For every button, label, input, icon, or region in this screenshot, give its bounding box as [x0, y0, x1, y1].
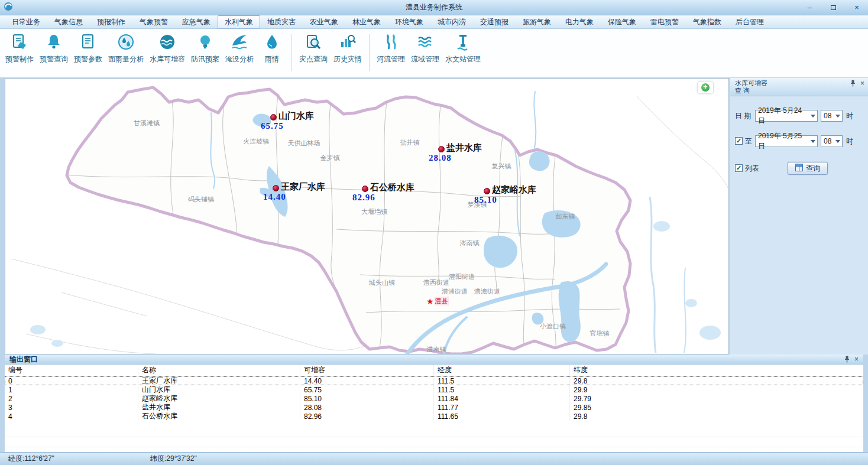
chevron-down-icon: [808, 110, 817, 121]
toolbar-button-warning-params[interactable]: 预警参数: [71, 33, 105, 64]
county-seat-marker: ★ 澧县: [426, 297, 449, 305]
map-canvas[interactable]: 甘溪滩镇 火连坡镇 天供山林场 金罗镇 盐井镇 复兴镇 码头铺镇 梦溪镇 如东镇…: [5, 78, 729, 355]
town-label: 码头铺镇: [188, 195, 214, 204]
toolbar-button-area-rainfall[interactable]: 面雨量分析: [105, 33, 147, 64]
panel-close-icon[interactable]: ×: [854, 356, 859, 363]
panel-close-icon[interactable]: ×: [860, 80, 864, 87]
town-label: 甘溪滩镇: [134, 119, 160, 128]
reservoir-value: 82.96: [352, 193, 375, 203]
toolbar-button-basin-management[interactable]: 流域管理: [408, 33, 442, 64]
cell-longitude: 111.84: [434, 394, 570, 403]
menu-item[interactable]: 林业气象: [345, 15, 388, 29]
toolbar-button-warning-query[interactable]: 预警查询: [37, 33, 71, 64]
menu-item[interactable]: 城市内涝: [430, 15, 473, 29]
from-date-select[interactable]: 2019年 5月24日: [755, 110, 818, 122]
empty-row-divider: [5, 447, 863, 447]
toolbar-button-submersion-analysis[interactable]: 淹没分析: [222, 33, 257, 64]
table-row[interactable]: 1 山门水库 65.75 111.5 29.9: [5, 385, 863, 394]
menu-item[interactable]: 保险气象: [601, 15, 643, 29]
menu-item[interactable]: 气象预警: [132, 15, 175, 29]
statusbar-latitude: 纬度:29°37'32": [150, 454, 197, 464]
reservoir-dot-icon[interactable]: [362, 186, 368, 192]
to-date-value: 2019年 5月25日: [758, 131, 808, 151]
column-header: 经度: [434, 365, 570, 376]
pin-icon[interactable]: [844, 356, 850, 364]
menu-item[interactable]: 电力气象: [558, 15, 601, 29]
county-seat-label: 澧县: [435, 297, 449, 305]
from-hour-select[interactable]: 08: [821, 110, 843, 122]
list-checkbox[interactable]: ✓: [735, 164, 743, 172]
to-hour-select[interactable]: 08: [821, 135, 843, 147]
menu-item[interactable]: 气象指数: [686, 15, 728, 29]
menu-item[interactable]: 旅游气象: [516, 15, 558, 29]
query-button[interactable]: 查询: [788, 162, 828, 175]
toolbar: 预警制作 预警查询 预警参数 面雨量分析 水库可增容 防汛预案 淹没分析 雨情: [0, 29, 868, 78]
toolbar-button-hydro-station-management[interactable]: 水文站管理: [442, 33, 484, 64]
date-label: 日 期: [735, 110, 751, 122]
hour-unit-label: 时: [846, 135, 853, 147]
menu-item[interactable]: 后台管理: [728, 15, 771, 29]
town-label: 澧阳街道: [449, 272, 475, 281]
table-row[interactable]: 2 赵家峪水库 85.10 111.84 29.79: [5, 394, 863, 403]
table-row[interactable]: 0 王家厂水库 14.40 111.5 29.8: [5, 376, 863, 385]
menu-item[interactable]: 农业气象: [303, 15, 345, 29]
output-panel-header: 输出窗口 ×: [5, 355, 863, 365]
cell-latitude: 29.9: [570, 385, 863, 394]
to-date-select[interactable]: 2019年 5月25日: [755, 135, 818, 147]
town-label: 天供山林场: [288, 139, 320, 148]
county-map-graphic: [5, 79, 728, 354]
cell-capacity: 28.08: [300, 403, 434, 412]
town-label: 如东镇: [556, 212, 575, 221]
toolbar-separator: [369, 34, 370, 71]
table-row[interactable]: 4 石公桥水库 82.96 111.65 29.8: [5, 412, 863, 421]
doc-pen-icon: [11, 33, 28, 51]
toolbar-button-warning-create[interactable]: 预警制作: [2, 33, 37, 64]
reservoir-value: 14.40: [263, 192, 286, 202]
menu-item[interactable]: 雷电预警: [643, 15, 686, 29]
search-doc-icon: [305, 33, 322, 51]
cell-id: 1: [5, 385, 138, 394]
menu-item[interactable]: 气象信息: [47, 15, 90, 29]
cell-latitude: 29.8: [570, 376, 863, 385]
pin-icon[interactable]: [850, 80, 856, 88]
menu-item[interactable]: 地质灾害: [260, 15, 303, 29]
reservoir-label: 盐井水库: [446, 142, 482, 154]
reservoir-dot-icon[interactable]: [438, 146, 445, 152]
toolbar-button-reservoir-capacity[interactable]: 水库可增容: [147, 33, 188, 64]
app-window: 澧县业务制作系统 – × 日常业务 气象信息 预报制作 气象预警 应急气象 水利…: [0, 0, 868, 465]
town-label: 复兴镇: [492, 162, 511, 171]
minimize-button[interactable]: –: [802, 2, 817, 13]
reservoir-dot-icon[interactable]: [270, 114, 277, 121]
cell-name: 石公桥水库: [138, 412, 300, 421]
toolbar-button-disaster-history[interactable]: 历史灾情: [331, 33, 365, 64]
hour-unit-label: 时: [846, 110, 853, 122]
maximize-button[interactable]: [825, 2, 841, 13]
menu-item[interactable]: 环境气象: [388, 15, 430, 29]
map-zoom-in-button[interactable]: +: [698, 82, 713, 93]
menu-item[interactable]: 交通预报: [473, 15, 516, 29]
town-label: 澧浦街道: [442, 287, 468, 296]
cell-capacity: 65.75: [300, 385, 434, 394]
close-button[interactable]: ×: [849, 2, 864, 13]
toolbar-button-rain-info[interactable]: 雨情: [257, 33, 287, 64]
hydro-station-icon: [454, 33, 472, 51]
statusbar: 经度:112°6'27" 纬度:29°37'32": [0, 452, 868, 465]
toolbar-button-disaster-point-query[interactable]: 灾点查询: [296, 33, 331, 64]
toolbar-button-river-management[interactable]: 河流管理: [374, 33, 408, 64]
toolbar-button-flood-plan[interactable]: 防汛预案: [188, 33, 222, 64]
menu-item-active[interactable]: 水利气象: [218, 15, 260, 29]
to-checkbox[interactable]: ✓: [735, 137, 743, 145]
reservoir-value: 85.10: [474, 195, 497, 205]
reservoir-dot-icon[interactable]: [273, 185, 279, 191]
column-header: 可增容: [300, 365, 434, 376]
town-label: 澧澹街道: [474, 287, 500, 296]
side-panel-reservoir-capacity: 水库可增容 查 询 × 日 期 2019年 5月24日 08 时: [730, 78, 868, 355]
chevron-down-icon: [833, 110, 842, 121]
cell-capacity: 85.10: [300, 394, 434, 403]
town-label: 大堰垱镇: [361, 207, 387, 216]
menu-item[interactable]: 日常业务: [5, 15, 47, 29]
menu-item[interactable]: 预报制作: [90, 15, 132, 29]
menu-item[interactable]: 应急气象: [175, 15, 218, 29]
reservoir-dot-icon[interactable]: [484, 188, 490, 194]
table-row[interactable]: 3 盐井水库 28.08 111.77 29.85: [5, 403, 863, 412]
